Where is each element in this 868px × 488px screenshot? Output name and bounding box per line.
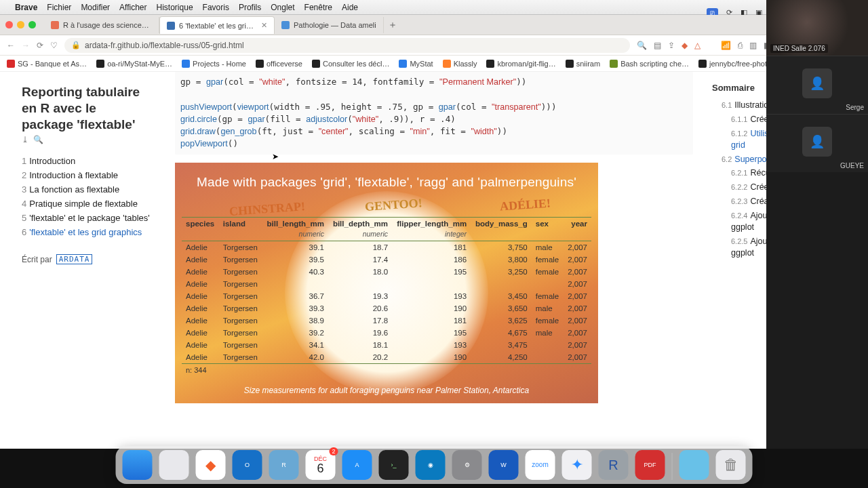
ext-icon[interactable]: ▥ — [749, 41, 757, 50]
browser-tab[interactable]: R à l'usage des sciences sociale… — [44, 17, 159, 33]
book-title: Reporting tabulaire en R avec le package… — [22, 84, 151, 132]
toc-item[interactable]: 6'flextable' et les grid graphics — [22, 225, 151, 239]
window-close[interactable] — [5, 21, 13, 28]
url-field[interactable]: 🔒 ardata-fr.github.io/flextable-russ/05-… — [64, 38, 630, 53]
cell — [328, 278, 392, 290]
dock-rstudio[interactable]: R — [269, 450, 299, 480]
bookmark-item[interactable]: Klassly — [443, 60, 477, 68]
bookmark-item[interactable]: officeverse — [256, 60, 302, 68]
cell: Torgersen — [219, 314, 262, 327]
menu-item[interactable]: Aide — [342, 3, 358, 12]
nav-forward[interactable]: → — [22, 41, 30, 50]
cell: Torgersen — [219, 290, 262, 302]
menu-item[interactable]: Favoris — [203, 3, 229, 12]
menu-item[interactable]: Profils — [239, 3, 261, 12]
browser-tab[interactable]: Pathologie — Data ameli — [275, 17, 384, 33]
new-tab-button[interactable]: ＋ — [388, 19, 397, 31]
dock-word[interactable]: W — [489, 450, 519, 480]
dock-calendar[interactable]: DÉC6 2 — [306, 450, 336, 480]
search-icon[interactable]: 🔍 — [33, 135, 43, 144]
bookmark-item[interactable]: kbroman/git-flig… — [486, 60, 555, 68]
dock-zoom[interactable]: zoom — [526, 450, 555, 480]
cell — [532, 351, 564, 364]
cell: Adelie — [182, 302, 219, 314]
dock-app[interactable]: ◉ — [416, 450, 446, 480]
menu-item[interactable]: Modifier — [81, 3, 110, 12]
bookmark-item[interactable]: sniiram — [566, 60, 600, 68]
toc-item[interactable]: 5'flextable' et le package 'tables' — [22, 211, 151, 225]
zoom-video[interactable]: INED Salle 2.076 — [766, 0, 868, 56]
cell: Torgersen — [219, 351, 262, 364]
cell: 19.3 — [328, 290, 392, 302]
cell: 2,007 — [564, 314, 591, 327]
zoom-participant[interactable]: 👤 GUEYE — [766, 114, 868, 172]
bookmark-toggle[interactable]: ♡ — [50, 41, 58, 50]
dock-launchpad[interactable] — [159, 450, 189, 480]
window-minimize[interactable] — [17, 21, 24, 28]
zoom-participant[interactable]: 👤 Serge — [766, 56, 868, 114]
dock-brave[interactable]: ◆ — [196, 450, 226, 480]
table-row: AdelieTorgersen36.719.31933,450female2,0… — [182, 290, 591, 302]
menu-item[interactable]: Afficher — [119, 3, 146, 12]
col-header: bill_length_mm — [262, 217, 328, 230]
dock-acrobat[interactable]: PDF — [635, 450, 665, 480]
cell: 3,250 — [471, 266, 532, 278]
nav-back[interactable]: ← — [7, 41, 15, 50]
avatar-icon: 👤 — [802, 68, 832, 98]
cell: 3,475 — [471, 339, 532, 351]
share-icon[interactable]: ⇪ — [668, 41, 675, 50]
bookmark-item[interactable]: Consulter les décl… — [312, 60, 389, 68]
dock-settings[interactable]: ⚙ — [452, 450, 482, 480]
menu-item[interactable]: Fenêtre — [304, 3, 332, 12]
dock-trash[interactable]: 🗑 — [716, 450, 746, 480]
bookmark-item[interactable]: oa-ri/MyStat-MyE… — [96, 60, 172, 68]
col-header: bill_depth_mm — [328, 217, 392, 230]
bookmark-item[interactable]: Projects - Home — [182, 60, 246, 68]
dock-appstore[interactable]: A — [342, 450, 372, 480]
window-maximize[interactable] — [28, 21, 36, 28]
bookmark-item[interactable]: SG - Banque et As… — [7, 60, 87, 68]
avatar-icon: 👤 — [802, 127, 832, 157]
tab-label: Pathologie — Data ameli — [294, 21, 376, 29]
ext-icon[interactable]: 📶 — [721, 41, 731, 50]
brave-rewards-icon[interactable]: △ — [694, 41, 701, 50]
nav-reload[interactable]: ⟳ — [37, 41, 43, 50]
dock-safari[interactable]: ✦ — [562, 450, 592, 480]
bookmark-item[interactable]: Bash scripting che… — [610, 60, 689, 68]
written-by-label: Écrit par — [22, 255, 52, 264]
menu-item[interactable]: Onglet — [271, 3, 294, 12]
tab-close[interactable]: ✕ — [261, 21, 267, 30]
cell: 39.1 — [262, 241, 328, 253]
toc-item[interactable]: 2Introduction à flextable — [22, 168, 151, 182]
zoom-icon[interactable]: 🔍 — [637, 41, 647, 50]
cell: 18.7 — [328, 241, 392, 253]
cell: 39.5 — [262, 253, 328, 266]
participant-name: Serge — [846, 104, 864, 111]
menu-item[interactable]: Fichier — [47, 3, 71, 12]
dock-terminal[interactable]: ›_ — [379, 450, 409, 480]
cell: 2,007 — [564, 327, 591, 339]
code-block[interactable]: gp = gpar(col = "white", fontsize = 14, … — [175, 72, 693, 155]
bookmark-item[interactable]: MyStat — [399, 60, 433, 68]
col-header: species — [182, 217, 219, 230]
toc-item[interactable]: 1Introduction — [22, 154, 151, 168]
toc-item[interactable]: 4Pratique simple de flextable — [22, 197, 151, 211]
dock-outlook[interactable]: O — [233, 450, 262, 480]
ext-icon[interactable]: ⎙ — [738, 41, 743, 50]
table-footer: n: 344 — [182, 363, 591, 376]
dock-downloads[interactable] — [679, 450, 709, 480]
browser-tab[interactable]: 6 'flextable' et les grid grap… ✕ — [159, 16, 275, 34]
app-name[interactable]: Brave — [15, 3, 37, 12]
reader-icon[interactable]: ▤ — [654, 41, 661, 50]
toc-item[interactable]: 3La fonction as flextable — [22, 182, 151, 197]
dock-finder[interactable] — [123, 450, 153, 480]
menu-item[interactable]: Historique — [157, 3, 193, 12]
download-icon[interactable]: ⤓ — [22, 135, 28, 144]
brave-shield-icon[interactable]: ◆ — [682, 41, 688, 50]
bookmark-item[interactable]: jennybc/free-phot… — [698, 60, 774, 68]
cell: Torgersen — [219, 327, 262, 339]
author-badge[interactable]: ARDATA — [56, 254, 93, 264]
cell: 2,007 — [564, 266, 591, 278]
dock-r[interactable]: R — [599, 450, 629, 480]
tab-label: 6 'flextable' et les grid grap… — [179, 22, 257, 30]
